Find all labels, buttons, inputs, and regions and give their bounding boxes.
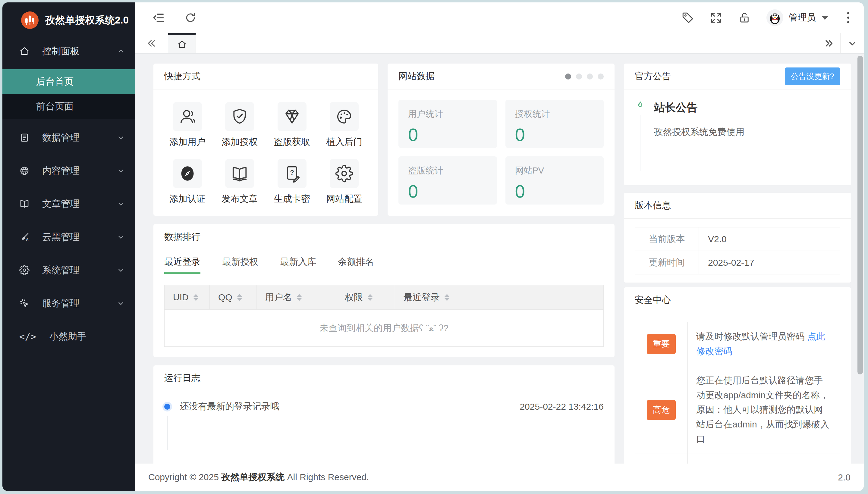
tab-balance-ranking[interactable]: 余额排名 <box>338 250 374 274</box>
card-title: 数据排行 <box>153 224 614 250</box>
svg-text:A: A <box>26 238 29 242</box>
timeline-dot <box>164 404 170 410</box>
fullscreen-icon[interactable] <box>710 12 722 24</box>
site-data-card: 网站数据 用户统计 0 授权统计 0 盗版统计 0 网站PV <box>388 63 614 216</box>
stat-authorizations: 授权统计 0 <box>505 100 604 148</box>
carousel-dots <box>565 74 604 79</box>
tab-recent-login[interactable]: 最近登录 <box>164 250 200 274</box>
column-header-uid[interactable]: UID <box>165 285 210 309</box>
announcement-post-title: 站长公告 <box>654 100 744 115</box>
status-badge: 高危 <box>647 400 676 420</box>
carousel-dot-2[interactable] <box>576 74 582 79</box>
sidebar-subitem-backend-home[interactable]: 后台首页 <box>2 69 135 94</box>
version-info-card: 版本信息 当前版本 V2.0 更新时间 2025-02-17 <box>624 193 851 283</box>
stat-value: 0 <box>408 181 487 202</box>
sidebar-item-system-management[interactable]: 系统管理 <box>2 254 135 287</box>
sidebar-item-data-management[interactable]: 数据管理 <box>2 121 135 154</box>
table-row: 重要 请及时修改默认管理员密码 点此修改密码 <box>635 322 840 366</box>
shortcut-add-authorization[interactable]: 添加授权 <box>222 102 258 148</box>
column-header-qq[interactable]: QQ <box>210 285 257 309</box>
footer-version: 2.0 <box>838 472 851 482</box>
logo-icon <box>21 12 39 29</box>
sidebar-item-article-management[interactable]: 文章管理 <box>2 187 135 221</box>
carousel-dot-3[interactable] <box>587 74 593 79</box>
pointer-click-icon <box>19 298 30 308</box>
control-panel-submenu: 后台首页 前台页面 <box>2 69 135 119</box>
shortcut-add-user[interactable]: 添加用户 <box>169 102 206 148</box>
stat-value: 0 <box>515 181 594 202</box>
stat-users: 用户统计 0 <box>399 100 497 148</box>
shortcut-pirate-fetch[interactable]: 盗版获取 <box>274 102 310 148</box>
user-name: 管理员 <box>789 12 816 24</box>
shield-check-icon <box>225 102 254 131</box>
status-badge: 重要 <box>647 334 676 354</box>
tabs-scroll-right-button[interactable] <box>817 33 840 53</box>
card-title: 安全中心 <box>624 287 851 313</box>
security-center-card: 安全中心 重要 请及时修改默认管理员密码 点此修改密码 高危 您正在使用后台默认… <box>624 287 851 491</box>
column-header-username[interactable]: 用户名 <box>257 285 336 309</box>
copyright-text: Copyright © 2025 孜然单授权系统 All Rights Rese… <box>148 471 369 483</box>
home-icon <box>19 46 30 56</box>
version-table: 当前版本 V2.0 更新时间 2025-02-17 <box>635 227 840 274</box>
sidebar: 孜然单授权系统2.0 控制面板 后台首页 前台页面 数据管理 内容管理 <box>2 2 135 491</box>
shortcut-implant-backdoor[interactable]: 植入后门 <box>326 102 362 148</box>
shortcut-publish-article[interactable]: 发布文章 <box>222 159 258 205</box>
table-row: 当前版本 V2.0 <box>635 227 840 251</box>
chevron-down-icon <box>117 266 125 274</box>
timeline-line <box>640 115 641 171</box>
carousel-dot-1[interactable] <box>565 74 571 79</box>
card-title: 快捷方式 <box>153 63 378 90</box>
shortcut-site-config[interactable]: 网站配置 <box>326 159 362 205</box>
sidebar-item-service-management[interactable]: 服务管理 <box>2 287 135 320</box>
tab-bar <box>135 33 864 54</box>
announcement-post-body: 孜然授权系统免费使用 <box>654 126 744 138</box>
timeline-line <box>167 416 168 450</box>
sort-icon <box>445 294 449 301</box>
shortcut-generate-card-key[interactable]: ? 生成卡密 <box>274 159 310 205</box>
svg-text:?: ? <box>290 169 294 176</box>
chevron-down-icon <box>117 134 125 141</box>
user-menu[interactable]: 管理员 <box>767 10 829 26</box>
book-icon <box>19 199 30 209</box>
gear-icon <box>19 265 30 275</box>
sort-icon <box>297 294 302 301</box>
tabs-scroll-left-button[interactable] <box>135 33 168 53</box>
scrollbar-thumb[interactable] <box>857 56 863 375</box>
tabs-menu-button[interactable] <box>840 33 864 53</box>
card-title: 版本信息 <box>624 193 851 219</box>
column-header-permission[interactable]: 权限 <box>336 285 395 309</box>
chevron-down-icon <box>117 233 125 241</box>
sidebar-item-cloud-blacklist[interactable]: A 云黑管理 <box>2 221 135 254</box>
sidebar-item-content-management[interactable]: 内容管理 <box>2 154 135 187</box>
sort-icon <box>237 294 242 301</box>
globe-icon <box>19 166 30 176</box>
tag-icon[interactable] <box>681 12 694 24</box>
shortcut-add-certification[interactable]: 添加认证 <box>169 159 206 205</box>
announcement-refresh-button[interactable]: 公告没更新? <box>785 68 840 85</box>
sidebar-nav: 数据管理 内容管理 文章管理 A <box>2 121 135 353</box>
stat-pv: 网站PV 0 <box>505 156 604 205</box>
avatar <box>767 10 783 26</box>
chevron-down-icon <box>117 167 125 175</box>
carousel-dot-4[interactable] <box>598 74 604 79</box>
table-row: 更新时间 2025-02-17 <box>635 251 840 274</box>
sidebar-subitem-frontend-page[interactable]: 前台页面 <box>2 94 135 119</box>
more-menu-icon[interactable] <box>844 11 852 24</box>
caret-down-icon <box>821 16 829 20</box>
gear-icon <box>330 159 359 188</box>
sort-icon <box>368 294 372 301</box>
file-question-icon: ? <box>278 159 307 188</box>
lock-icon[interactable] <box>738 12 751 24</box>
chevron-down-icon <box>117 299 125 307</box>
sidebar-item-control-panel[interactable]: 控制面板 <box>2 37 135 66</box>
column-header-recent-login[interactable]: 最近登录 <box>395 285 603 309</box>
stat-pirated: 盗版统计 0 <box>399 156 497 205</box>
tab-home[interactable] <box>168 33 196 53</box>
refresh-icon[interactable] <box>184 12 197 24</box>
collapse-sidebar-button[interactable] <box>152 11 165 24</box>
tab-latest-storage[interactable]: 最新入库 <box>280 250 316 274</box>
tab-latest-authorization[interactable]: 最新授权 <box>222 250 258 274</box>
footer: Copyright © 2025 孜然单授权系统 All Rights Rese… <box>135 463 864 491</box>
sidebar-item-assistant[interactable]: </> 小然助手 <box>2 320 135 353</box>
empty-state-text: 未查询到相关的用户数据ʕ ˆﻌˆ ʔ? <box>165 310 603 346</box>
